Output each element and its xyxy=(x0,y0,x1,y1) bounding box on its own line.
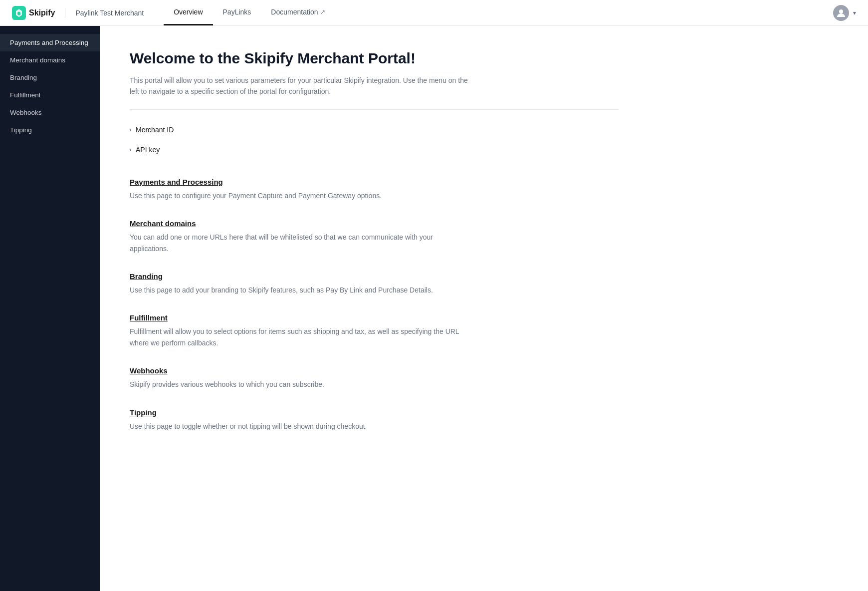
sidebar: Payments and Processing Merchant domains… xyxy=(0,26,100,591)
accordion-api-key[interactable]: › API key xyxy=(130,142,619,158)
sidebar-item-webhooks[interactable]: Webhooks xyxy=(0,104,100,121)
section-payments: Payments and Processing Use this page to… xyxy=(130,178,619,201)
section-desc-fulfillment: Fulfillment will allow you to select opt… xyxy=(130,326,469,348)
user-menu-chevron[interactable]: ▾ xyxy=(853,9,856,16)
tab-documentation[interactable]: Documentation ↗ xyxy=(261,0,335,25)
nav-tabs: Overview PayLinks Documentation ↗ xyxy=(164,0,335,25)
section-link-webhooks[interactable]: Webhooks xyxy=(130,366,619,375)
section-desc-tipping: Use this page to toggle whether or not t… xyxy=(130,421,469,432)
top-navigation: Skipify Paylink Test Merchant Overview P… xyxy=(0,0,868,26)
section-link-fulfillment[interactable]: Fulfillment xyxy=(130,313,619,322)
sidebar-item-merchant-domains[interactable]: Merchant domains xyxy=(0,51,100,69)
accordion-merchant-id[interactable]: › Merchant ID xyxy=(130,122,619,138)
tab-paylinks[interactable]: PayLinks xyxy=(213,0,261,25)
page-layout: Payments and Processing Merchant domains… xyxy=(0,26,868,591)
brand-name: Skipify xyxy=(29,8,55,17)
sidebar-item-branding[interactable]: Branding xyxy=(0,69,100,86)
accordion-header-merchant-id[interactable]: › Merchant ID xyxy=(130,122,619,138)
section-desc-merchant-domains: You can add one or more URLs here that w… xyxy=(130,232,469,254)
skipify-logo[interactable]: Skipify xyxy=(12,6,55,20)
section-desc-branding: Use this page to add your branding to Sk… xyxy=(130,285,469,296)
section-desc-payments: Use this page to configure your Payment … xyxy=(130,190,469,201)
merchant-name: Paylink Test Merchant xyxy=(75,9,144,17)
user-avatar[interactable] xyxy=(833,5,849,21)
section-tipping: Tipping Use this page to toggle whether … xyxy=(130,408,619,432)
nav-divider xyxy=(65,8,65,18)
accordion-chevron-api-key: › xyxy=(130,146,132,153)
accordion-chevron-merchant-id: › xyxy=(130,126,132,133)
section-webhooks: Webhooks Skipify provides various webhoo… xyxy=(130,366,619,390)
main-content: Welcome to the Skipify Merchant Portal! … xyxy=(100,26,649,591)
page-title: Welcome to the Skipify Merchant Portal! xyxy=(130,50,619,67)
skipify-logo-icon xyxy=(12,6,26,20)
spacer xyxy=(130,162,619,178)
tab-overview[interactable]: Overview xyxy=(164,0,213,25)
brand-area: Skipify Paylink Test Merchant xyxy=(12,6,144,20)
divider xyxy=(130,109,619,110)
sidebar-item-fulfillment[interactable]: Fulfillment xyxy=(0,86,100,104)
external-link-icon: ↗ xyxy=(320,8,325,15)
section-link-payments[interactable]: Payments and Processing xyxy=(130,178,619,186)
section-branding: Branding Use this page to add your brand… xyxy=(130,272,619,296)
section-desc-webhooks: Skipify provides various webhooks to whi… xyxy=(130,379,469,390)
sidebar-item-payments[interactable]: Payments and Processing xyxy=(0,34,100,51)
sidebar-item-tipping[interactable]: Tipping xyxy=(0,121,100,139)
svg-point-1 xyxy=(839,9,843,13)
page-subtitle: This portal will allow you to set variou… xyxy=(130,75,469,97)
accordion-header-api-key[interactable]: › API key xyxy=(130,142,619,158)
section-link-merchant-domains[interactable]: Merchant domains xyxy=(130,219,619,228)
section-fulfillment: Fulfillment Fulfillment will allow you t… xyxy=(130,313,619,348)
section-link-tipping[interactable]: Tipping xyxy=(130,408,619,417)
nav-right: ▾ xyxy=(833,5,856,21)
section-link-branding[interactable]: Branding xyxy=(130,272,619,281)
section-merchant-domains: Merchant domains You can add one or more… xyxy=(130,219,619,254)
user-icon xyxy=(836,8,846,18)
